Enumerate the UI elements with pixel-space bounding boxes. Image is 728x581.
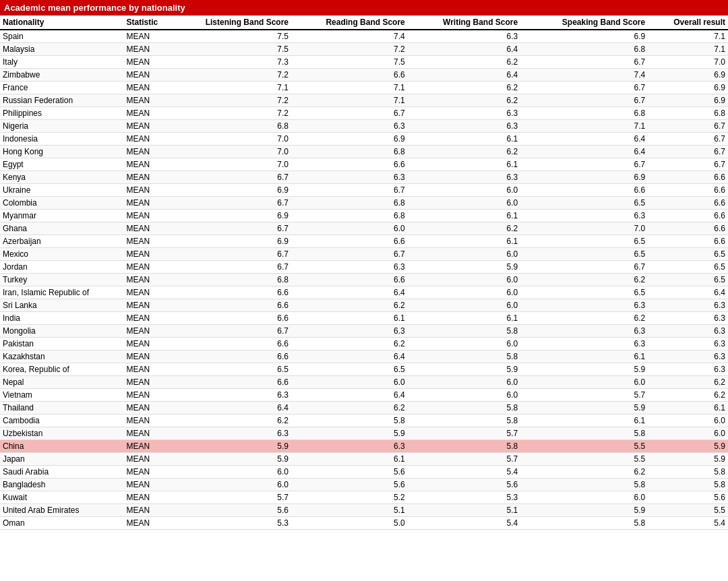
table-cell: Uzbekistan bbox=[0, 427, 124, 440]
table-cell: 6.1 bbox=[291, 312, 408, 325]
table-cell: 6.1 bbox=[648, 402, 728, 415]
table-cell: 7.3 bbox=[175, 56, 291, 69]
header-writing: Writing Band Score bbox=[408, 16, 520, 30]
table-cell: 6.3 bbox=[291, 325, 408, 338]
table-cell: 6.7 bbox=[175, 325, 291, 338]
table-cell: 7.0 bbox=[175, 158, 291, 171]
table-cell: 6.6 bbox=[648, 222, 728, 235]
table-cell: China bbox=[0, 440, 124, 453]
table-cell: 5.7 bbox=[520, 389, 648, 402]
table-cell: 6.0 bbox=[291, 376, 408, 389]
table-cell: 5.0 bbox=[291, 517, 408, 530]
table-cell: MEAN bbox=[124, 427, 175, 440]
table-cell: 6.6 bbox=[291, 69, 408, 82]
table-cell: MEAN bbox=[124, 261, 175, 274]
table-cell: 6.0 bbox=[175, 466, 291, 479]
table-row: ItalyMEAN7.37.56.26.77.0 bbox=[0, 56, 728, 69]
table-cell: 5.8 bbox=[520, 479, 648, 491]
table-cell: 5.8 bbox=[648, 466, 728, 479]
table-cell: 6.6 bbox=[520, 184, 648, 197]
table-cell: 6.3 bbox=[291, 120, 408, 133]
table-cell: 6.8 bbox=[175, 120, 291, 133]
table-cell: MEAN bbox=[124, 248, 175, 261]
table-row: Korea, Republic ofMEAN6.56.55.95.96.3 bbox=[0, 363, 728, 376]
table-cell: Japan bbox=[0, 453, 124, 466]
table-cell: MEAN bbox=[124, 146, 175, 158]
table-cell: 6.2 bbox=[408, 146, 520, 158]
table-cell: 6.2 bbox=[520, 312, 648, 325]
table-cell: 5.9 bbox=[648, 453, 728, 466]
table-cell: 5.6 bbox=[291, 466, 408, 479]
table-cell: 7.1 bbox=[175, 82, 291, 94]
table-cell: 7.5 bbox=[175, 43, 291, 56]
table-cell: 6.8 bbox=[291, 210, 408, 222]
table-cell: Philippines bbox=[0, 107, 124, 120]
table-cell: 5.2 bbox=[291, 491, 408, 504]
table-cell: 6.3 bbox=[648, 363, 728, 376]
table-row: Russian FederationMEAN7.27.16.26.76.9 bbox=[0, 94, 728, 107]
table-cell: MEAN bbox=[124, 210, 175, 222]
table-cell: 6.2 bbox=[291, 338, 408, 350]
table-cell: Sri Lanka bbox=[0, 299, 124, 312]
table-cell: Cambodia bbox=[0, 415, 124, 427]
table-cell: 5.7 bbox=[408, 453, 520, 466]
table-row: ChinaMEAN5.96.35.85.55.9 bbox=[0, 440, 728, 453]
table-cell: 7.0 bbox=[175, 146, 291, 158]
table-row: CambodiaMEAN6.25.85.86.16.0 bbox=[0, 415, 728, 427]
table-cell: United Arab Emirates bbox=[0, 504, 124, 517]
table-cell: Mongolia bbox=[0, 325, 124, 338]
table-cell: Bangladesh bbox=[0, 479, 124, 491]
table-cell: 6.6 bbox=[175, 299, 291, 312]
table-cell: 6.1 bbox=[291, 453, 408, 466]
table-cell: MEAN bbox=[124, 389, 175, 402]
table-cell: 6.3 bbox=[175, 389, 291, 402]
table-cell: 5.8 bbox=[408, 440, 520, 453]
table-cell: 6.7 bbox=[520, 261, 648, 274]
table-cell: 6.3 bbox=[291, 261, 408, 274]
table-cell: Malaysia bbox=[0, 43, 124, 56]
table-cell: Zimbabwe bbox=[0, 69, 124, 82]
table-cell: 6.7 bbox=[520, 82, 648, 94]
table-row: UzbekistanMEAN6.35.95.75.86.0 bbox=[0, 427, 728, 440]
table-cell: 6.6 bbox=[648, 197, 728, 210]
table-cell: 6.9 bbox=[648, 82, 728, 94]
table-cell: 5.1 bbox=[408, 504, 520, 517]
table-cell: 6.9 bbox=[520, 171, 648, 184]
table-cell: 6.2 bbox=[408, 56, 520, 69]
table-cell: MEAN bbox=[124, 30, 175, 43]
table-cell: Thailand bbox=[0, 402, 124, 415]
table-cell: 6.8 bbox=[520, 43, 648, 56]
table-cell: 6.7 bbox=[520, 158, 648, 171]
table-cell: Pakistan bbox=[0, 338, 124, 350]
table-cell: Italy bbox=[0, 56, 124, 69]
table-cell: 6.5 bbox=[520, 197, 648, 210]
table-row: Sri LankaMEAN6.66.26.06.36.3 bbox=[0, 299, 728, 312]
table-cell: 6.0 bbox=[520, 376, 648, 389]
table-cell: Turkey bbox=[0, 274, 124, 286]
table-row: IndiaMEAN6.66.16.16.26.3 bbox=[0, 312, 728, 325]
table-cell: 6.5 bbox=[648, 248, 728, 261]
table-cell: 6.0 bbox=[408, 274, 520, 286]
table-cell: MEAN bbox=[124, 274, 175, 286]
table-cell: MEAN bbox=[124, 69, 175, 82]
table-cell: 6.6 bbox=[175, 350, 291, 363]
table-row: JapanMEAN5.96.15.75.55.9 bbox=[0, 453, 728, 466]
table-cell: 6.3 bbox=[408, 30, 520, 43]
table-cell: 6.3 bbox=[520, 299, 648, 312]
table-cell: Ghana bbox=[0, 222, 124, 235]
table-cell: 6.4 bbox=[291, 350, 408, 363]
table-cell: 7.1 bbox=[520, 120, 648, 133]
table-cell: 6.3 bbox=[408, 171, 520, 184]
table-cell: 5.8 bbox=[291, 415, 408, 427]
table-cell: 6.4 bbox=[175, 402, 291, 415]
table-cell: 7.4 bbox=[520, 69, 648, 82]
table-cell: 5.8 bbox=[408, 402, 520, 415]
table-cell: 6.2 bbox=[291, 402, 408, 415]
table-cell: MEAN bbox=[124, 479, 175, 491]
table-cell: 6.8 bbox=[291, 146, 408, 158]
table-cell: 6.7 bbox=[520, 56, 648, 69]
table-cell: 6.5 bbox=[291, 363, 408, 376]
table-cell: 6.7 bbox=[648, 133, 728, 146]
table-cell: Indonesia bbox=[0, 133, 124, 146]
table-cell: MEAN bbox=[124, 120, 175, 133]
